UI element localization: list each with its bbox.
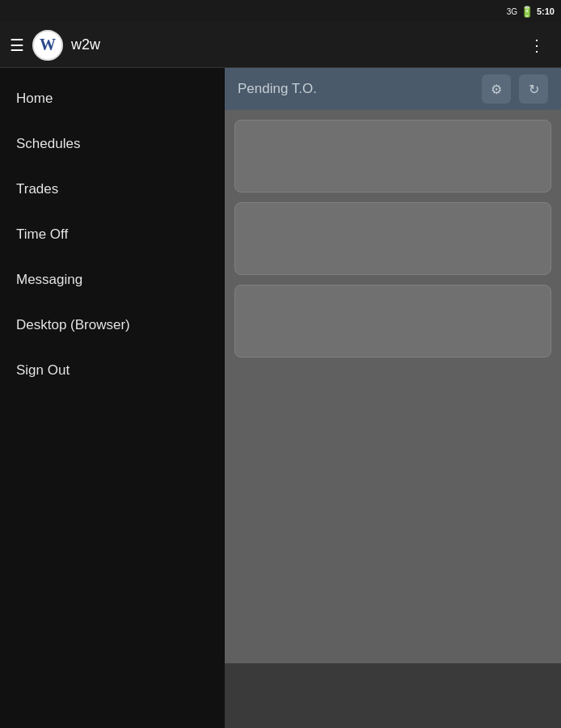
pending-card-1[interactable] bbox=[234, 120, 551, 193]
sidebar-item-home[interactable]: Home bbox=[0, 76, 225, 121]
sidebar-item-desktop-browser[interactable]: Desktop (Browser) bbox=[0, 303, 225, 348]
content-header: Pending T.O. ⚙ ↻ bbox=[225, 68, 561, 110]
content-area: Pending T.O. ⚙ ↻ bbox=[225, 68, 561, 728]
sidebar-item-label: Schedules bbox=[16, 136, 80, 151]
status-bar: 3G 🔋 5:10 bbox=[0, 0, 561, 23]
sidebar-item-label: Trades bbox=[16, 181, 58, 197]
pending-card-2[interactable] bbox=[234, 202, 551, 275]
main-layout: Home Schedules Trades Time Off Messaging… bbox=[0, 68, 561, 728]
hamburger-icon[interactable]: ☰ bbox=[10, 36, 24, 55]
app-title: w2w bbox=[71, 36, 522, 53]
sidebar-item-label: Desktop (Browser) bbox=[16, 317, 130, 332]
sidebar-item-label: Messaging bbox=[16, 272, 82, 287]
settings-icon: ⚙ bbox=[491, 82, 502, 97]
sidebar-item-label: Time Off bbox=[16, 226, 68, 242]
clock: 5:10 bbox=[537, 6, 555, 16]
overflow-menu-icon[interactable]: ⋮ bbox=[522, 29, 551, 61]
logo-letter: W bbox=[40, 36, 56, 54]
bottom-panel bbox=[225, 663, 561, 728]
sidebar-item-trades[interactable]: Trades bbox=[0, 167, 225, 212]
pending-card-3[interactable] bbox=[234, 285, 551, 358]
app-logo: W bbox=[32, 30, 63, 61]
refresh-icon: ↻ bbox=[529, 82, 539, 97]
signal-icon: 3G bbox=[507, 7, 517, 16]
sidebar-item-label: Home bbox=[16, 91, 53, 106]
sidebar-item-time-off[interactable]: Time Off bbox=[0, 212, 225, 257]
app-bar: ☰ W w2w ⋮ bbox=[0, 23, 561, 68]
status-icons: 3G 🔋 5:10 bbox=[507, 6, 555, 18]
settings-button[interactable]: ⚙ bbox=[482, 74, 511, 104]
cards-container bbox=[225, 110, 561, 663]
sidebar-item-schedules[interactable]: Schedules bbox=[0, 121, 225, 167]
sidebar-item-messaging[interactable]: Messaging bbox=[0, 257, 225, 303]
content-header-title: Pending T.O. bbox=[238, 81, 474, 97]
battery-icon: 🔋 bbox=[521, 6, 534, 18]
sidebar: Home Schedules Trades Time Off Messaging… bbox=[0, 68, 225, 728]
refresh-button[interactable]: ↻ bbox=[519, 74, 548, 104]
sidebar-item-sign-out[interactable]: Sign Out bbox=[0, 348, 225, 393]
sidebar-item-label: Sign Out bbox=[16, 362, 70, 378]
